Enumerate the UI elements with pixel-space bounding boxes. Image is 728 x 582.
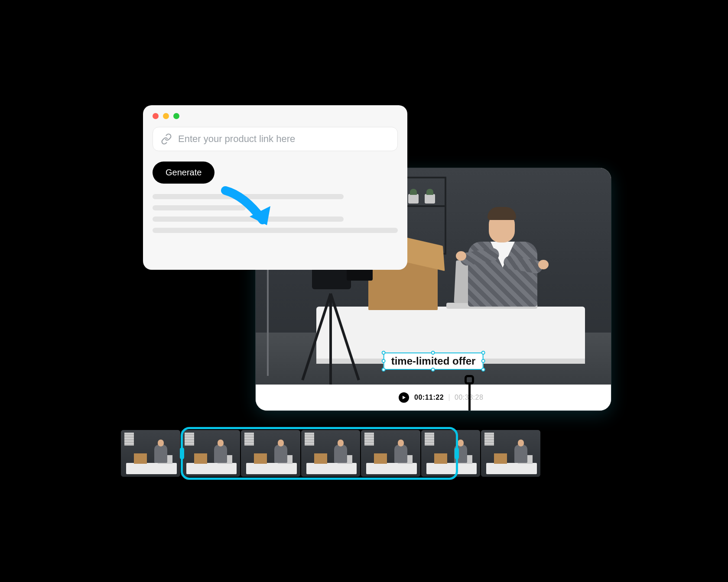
product-link-input-container[interactable]	[153, 127, 398, 151]
skeleton-line	[153, 194, 344, 199]
loading-skeleton	[153, 194, 398, 233]
caption-text: time-limited offer	[391, 355, 476, 367]
generate-button[interactable]: Generate	[153, 162, 214, 184]
skeleton-line	[153, 205, 246, 210]
skeleton-line	[153, 217, 344, 222]
resize-handle[interactable]	[481, 351, 485, 355]
timeline-track[interactable]	[120, 430, 541, 477]
timeline-clip[interactable]	[241, 430, 300, 477]
playhead-marker[interactable]	[465, 375, 474, 411]
resize-handle[interactable]	[382, 351, 386, 355]
play-button[interactable]	[399, 392, 409, 403]
timeline-clip[interactable]	[121, 430, 180, 477]
timeline-clip[interactable]	[361, 430, 420, 477]
resize-handle[interactable]	[382, 359, 386, 363]
minimize-icon[interactable]	[163, 113, 169, 119]
timeline-clip[interactable]	[421, 430, 481, 477]
timeline-clip[interactable]	[481, 430, 540, 477]
video-controls: 00:11:22 00:33:28	[256, 385, 611, 411]
close-icon[interactable]	[153, 113, 159, 119]
timeline-clip[interactable]	[181, 430, 240, 477]
resize-handle[interactable]	[481, 368, 485, 372]
product-link-input[interactable]	[178, 133, 390, 145]
caption-text-overlay[interactable]: time-limited offer	[384, 352, 484, 370]
selection-handle-right[interactable]	[455, 447, 459, 459]
time-current: 00:11:22	[414, 394, 444, 401]
selection-handle-left[interactable]	[180, 447, 184, 459]
time-divider	[449, 394, 449, 401]
window-traffic-lights	[153, 113, 398, 119]
link-icon	[161, 133, 172, 145]
resize-handle[interactable]	[431, 351, 435, 355]
resize-handle[interactable]	[382, 368, 386, 372]
resize-handle[interactable]	[481, 359, 485, 363]
maximize-icon[interactable]	[173, 113, 179, 119]
skeleton-line	[153, 228, 398, 233]
timeline-clip[interactable]	[301, 430, 361, 477]
link-input-panel: Generate	[143, 105, 407, 270]
